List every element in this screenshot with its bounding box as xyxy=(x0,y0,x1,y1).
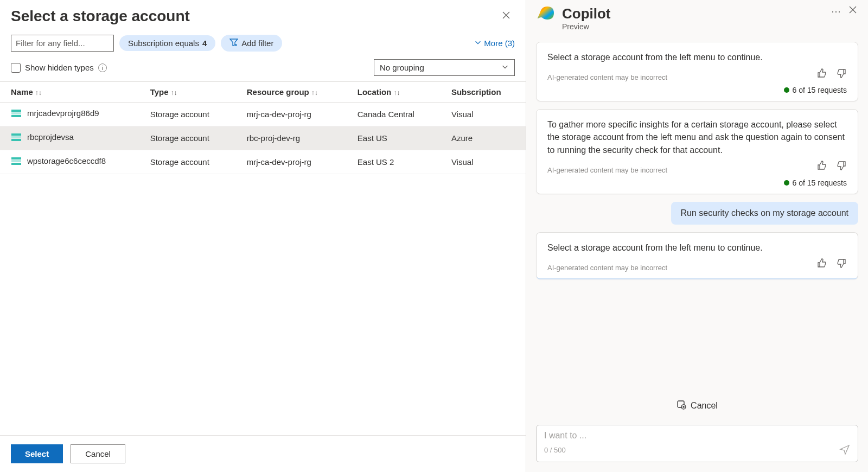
table-header-row: Name↑↓ Type↑↓ Resource group↑↓ Location↑… xyxy=(0,82,526,103)
picker-header: Select a storage account xyxy=(0,0,526,35)
feedback-buttons xyxy=(816,68,847,81)
page-title: Select a storage account xyxy=(11,8,190,25)
cancel-request-icon xyxy=(676,400,686,412)
column-header-resource-group[interactable]: Resource group↑↓ xyxy=(236,82,347,103)
thumbs-down-icon[interactable] xyxy=(836,68,847,81)
sort-icon: ↑↓ xyxy=(393,89,400,97)
column-header-subscription[interactable]: Subscription xyxy=(441,82,526,103)
copilot-subtitle: Preview xyxy=(562,22,825,31)
grouping-selected: No grouping xyxy=(380,63,424,72)
assistant-message: Select a storage account from the left m… xyxy=(536,232,858,279)
copilot-title-block: Copilot Preview xyxy=(562,5,825,31)
cancel-label: Cancel xyxy=(691,401,718,411)
close-icon[interactable] xyxy=(500,8,513,24)
checkbox-icon xyxy=(11,63,21,73)
cancel-button[interactable]: Cancel xyxy=(71,444,125,463)
cell-resource-group: rbc-proj-dev-rg xyxy=(236,126,347,150)
column-header-name[interactable]: Name↑↓ xyxy=(0,82,139,103)
show-hidden-types-checkbox[interactable]: Show hidden types i xyxy=(11,63,107,73)
copilot-cancel-button[interactable]: Cancel xyxy=(676,400,718,412)
svg-rect-8 xyxy=(11,136,21,138)
assistant-message: Select a storage account from the left m… xyxy=(536,42,858,101)
copilot-header-actions: ⋯ xyxy=(831,5,857,17)
message-text: Select a storage account from the left m… xyxy=(547,241,847,254)
filter-input[interactable] xyxy=(11,35,114,52)
requests-remaining: 6 of 15 requests xyxy=(547,86,847,94)
select-button[interactable]: Select xyxy=(11,444,63,463)
copilot-header: Copilot Preview ⋯ xyxy=(526,0,868,36)
storage-account-picker-pane: Select a storage account Subscription eq… xyxy=(0,0,526,472)
message-text: To gather more specific insights for a c… xyxy=(547,118,847,156)
svg-rect-9 xyxy=(11,139,21,141)
column-header-type[interactable]: Type↑↓ xyxy=(139,82,236,103)
column-header-location[interactable]: Location↑↓ xyxy=(347,82,441,103)
grouping-dropdown[interactable]: No grouping xyxy=(374,59,515,76)
cell-resource-group: mrj-ca-dev-proj-rg xyxy=(236,150,347,174)
close-icon[interactable] xyxy=(848,5,857,17)
thumbs-down-icon[interactable] xyxy=(836,258,847,271)
cell-subscription: Azure xyxy=(441,126,526,150)
status-dot-icon xyxy=(784,180,789,186)
thumbs-down-icon[interactable] xyxy=(836,160,847,173)
cell-location: East US 2 xyxy=(347,150,441,174)
cell-type: Storage account xyxy=(139,103,236,126)
copilot-title: Copilot xyxy=(562,5,825,22)
more-label: More (3) xyxy=(484,39,515,48)
thumbs-up-icon[interactable] xyxy=(816,258,827,271)
table-row[interactable]: rbcprojdevsaStorage accountrbc-proj-dev-… xyxy=(0,126,526,150)
show-hidden-label: Show hidden types xyxy=(25,63,94,72)
send-icon[interactable] xyxy=(839,444,850,456)
cell-name: mrjcadevprojrg86d9 xyxy=(0,103,139,126)
copilot-message-list[interactable]: Select a storage account from the left m… xyxy=(526,36,868,398)
table-row[interactable]: wpstorage6c6ceccdf8Storage accountmrj-ca… xyxy=(0,150,526,174)
svg-rect-5 xyxy=(11,112,21,114)
cell-location: Canada Central xyxy=(347,103,441,126)
cell-subscription: Visual xyxy=(441,150,526,174)
more-icon[interactable]: ⋯ xyxy=(831,5,841,17)
svg-rect-4 xyxy=(11,110,21,112)
storage-account-icon xyxy=(11,156,22,168)
svg-rect-11 xyxy=(11,160,21,162)
pill-value: 4 xyxy=(202,39,207,48)
ai-disclaimer: AI-generated content may be incorrect xyxy=(547,73,667,81)
svg-rect-12 xyxy=(11,163,21,165)
storage-account-icon xyxy=(11,108,22,120)
status-dot-icon xyxy=(784,87,789,93)
info-icon[interactable]: i xyxy=(98,63,107,72)
ai-disclaimer: AI-generated content may be incorrect xyxy=(547,264,667,272)
thumbs-up-icon[interactable] xyxy=(816,68,827,81)
copilot-cancel-row: Cancel xyxy=(526,398,868,417)
cell-type: Storage account xyxy=(139,126,236,150)
svg-rect-6 xyxy=(11,115,21,117)
requests-remaining: 6 of 15 requests xyxy=(547,178,847,187)
subscription-filter-pill[interactable]: Subscription equals 4 xyxy=(119,35,215,51)
char-count: 0 / 500 xyxy=(544,446,566,454)
filter-plus-icon xyxy=(229,38,238,48)
ai-disclaimer: AI-generated content may be incorrect xyxy=(547,166,667,174)
svg-rect-7 xyxy=(11,133,21,136)
add-filter-button[interactable]: Add filter xyxy=(221,35,282,52)
cell-type: Storage account xyxy=(139,150,236,174)
copilot-prompt-input[interactable] xyxy=(544,431,850,441)
filter-toolbar: Subscription equals 4 Add filter More (3… xyxy=(0,35,526,52)
pill-label: Subscription equals xyxy=(128,39,199,48)
table-row[interactable]: mrjcadevprojrg86d9Storage accountmrj-ca-… xyxy=(0,103,526,126)
assistant-message: To gather more specific insights for a c… xyxy=(536,109,858,194)
picker-footer: Select Cancel xyxy=(0,435,526,472)
cell-subscription: Visual xyxy=(441,103,526,126)
cell-name: rbcprojdevsa xyxy=(0,126,139,150)
cell-name: wpstorage6c6ceccdf8 xyxy=(0,150,139,174)
thumbs-up-icon[interactable] xyxy=(816,160,827,173)
copilot-pane: Copilot Preview ⋯ Select a storage accou… xyxy=(526,0,868,472)
copilot-logo-icon xyxy=(537,5,556,26)
chevron-down-icon xyxy=(501,63,509,72)
copilot-input-box[interactable]: 0 / 500 xyxy=(536,425,858,462)
sort-icon: ↑↓ xyxy=(171,89,177,97)
more-filters-link[interactable]: More (3) xyxy=(474,39,515,48)
copilot-input-area: 0 / 500 xyxy=(526,417,868,472)
sort-icon: ↑↓ xyxy=(311,89,318,97)
add-filter-label: Add filter xyxy=(241,39,273,48)
sort-icon: ↑↓ xyxy=(35,89,42,97)
chevron-down-icon xyxy=(474,39,482,48)
storage-accounts-table: Name↑↓ Type↑↓ Resource group↑↓ Location↑… xyxy=(0,81,526,435)
